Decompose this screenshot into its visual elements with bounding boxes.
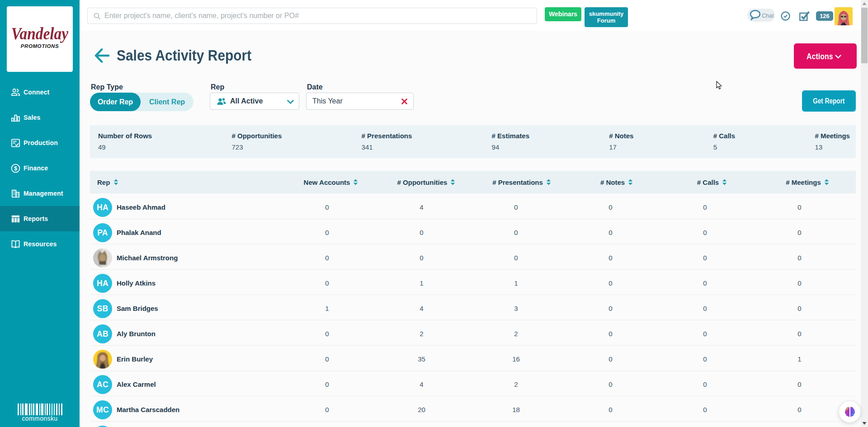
svg-text:$: $ [14, 165, 17, 172]
